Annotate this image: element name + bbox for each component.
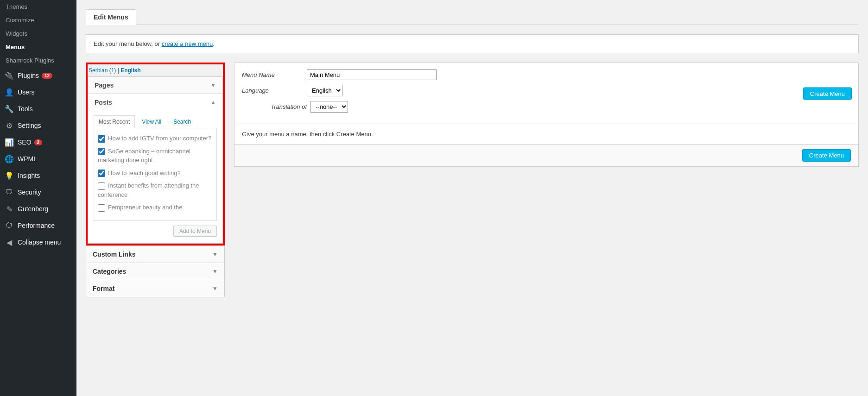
menu-settings-column: Menu Name Language English Translation o…	[234, 63, 859, 167]
add-to-menu-button[interactable]: Add to Menu	[173, 226, 217, 237]
lang-serbian-link[interactable]: Serbian (1)	[89, 67, 116, 74]
info-notice: Edit your menu below, or create a new me…	[86, 34, 859, 53]
tab-view-all[interactable]: View All	[137, 115, 166, 128]
post-checkbox[interactable]	[98, 182, 105, 190]
translation-label: Translation of	[242, 103, 307, 110]
sidebar-item-label: Settings	[18, 122, 41, 129]
accordion-categories-toggle[interactable]: Categories ▼	[86, 263, 224, 280]
info-text: Edit your menu below, or	[94, 40, 162, 47]
pencil-icon: ✎	[5, 204, 14, 214]
accordion-posts: Posts ▲ Most Recent View All Search How …	[88, 94, 223, 244]
main-content: Edit Menus Edit your menu below, or crea…	[76, 0, 868, 396]
highlight-box: Serbian (1) | English Pages ▼ Posts ▲	[86, 63, 225, 245]
menu-name-input[interactable]	[307, 69, 437, 80]
accordion-categories-label: Categories	[93, 268, 126, 275]
language-label: Language	[242, 87, 307, 94]
post-checkbox[interactable]	[98, 170, 105, 177]
shield-icon: 🛡	[5, 188, 14, 197]
menu-name-label: Menu Name	[242, 71, 307, 78]
menu-form: Menu Name Language English Translation o…	[234, 63, 859, 124]
sidebar-sub-menus[interactable]: Menus	[0, 40, 76, 54]
menu-notice-text: Give your menu a name, then click Create…	[242, 131, 373, 138]
post-checkbox[interactable]	[98, 204, 105, 212]
post-label: Instant benefits from attending the conf…	[98, 182, 199, 198]
chevron-down-icon: ▼	[212, 251, 218, 258]
chevron-down-icon: ▼	[212, 268, 218, 275]
seo-icon: 📊	[5, 138, 14, 147]
sidebar-item-performance[interactable]: ⏱ Performance	[0, 217, 76, 234]
sidebar-sub-widgets[interactable]: Widgets	[0, 27, 76, 40]
sidebar-item-label: Performance	[18, 222, 55, 229]
tab-edit-menus[interactable]: Edit Menus	[86, 9, 136, 25]
sidebar-item-insights[interactable]: 💡 Insights	[0, 167, 76, 184]
sidebar-item-wpml[interactable]: 🌐 WPML	[0, 151, 76, 167]
gauge-icon: ⏱	[5, 221, 14, 230]
sidebar-item-security[interactable]: 🛡 Security	[0, 184, 76, 201]
create-new-menu-link[interactable]: create a new menu	[162, 40, 213, 47]
language-select[interactable]: English	[307, 85, 342, 96]
sidebar-item-settings[interactable]: ⚙ Settings	[0, 117, 76, 134]
sidebar-item-label: Tools	[18, 105, 33, 113]
sidebar-item-label: Users	[18, 88, 35, 96]
sidebar-item-plugins[interactable]: 🔌 Plugins 12	[0, 67, 76, 84]
sidebar-item-label: Gutenberg	[18, 205, 48, 213]
seo-badge: 2	[34, 139, 43, 145]
sidebar-item-label: Plugins	[18, 72, 39, 79]
sidebar-item-seo[interactable]: 📊 SEO 2	[0, 134, 76, 151]
post-label: How to add IGTV from your computer?	[108, 135, 211, 142]
sidebar-item-tools[interactable]: 🔧 Tools	[0, 101, 76, 117]
language-switch: Serbian (1) | English	[88, 64, 223, 76]
accordion-pages: Pages ▼	[88, 76, 223, 94]
sidebar-sub-themes[interactable]: Themes	[0, 0, 76, 13]
chevron-down-icon: ▼	[210, 82, 216, 88]
menu-footer: Create Menu	[234, 145, 859, 167]
tab-most-recent[interactable]: Most Recent	[94, 115, 135, 128]
user-icon: 👤	[5, 88, 14, 97]
accordion-custom-links: Custom Links ▼	[86, 245, 225, 263]
sidebar-item-gutenberg[interactable]: ✎ Gutenberg	[0, 201, 76, 217]
accordion-custom-links-label: Custom Links	[93, 251, 136, 258]
accordion-format: Format ▼	[86, 280, 225, 297]
posts-tabs: Most Recent View All Search	[94, 115, 217, 128]
post-checkbox[interactable]	[98, 148, 105, 155]
tab-search[interactable]: Search	[168, 115, 196, 128]
menu-notice: Give your menu a name, then click Create…	[234, 124, 859, 145]
tab-bar: Edit Menus	[86, 9, 859, 25]
translation-select[interactable]: --none--	[310, 101, 348, 113]
post-item: How to add IGTV from your computer?	[98, 132, 213, 145]
sidebar-item-label: Security	[18, 189, 41, 196]
sidebar-item-collapse[interactable]: ◀ Collapse menu	[0, 234, 76, 251]
post-item: Fempreneur beauty and the	[98, 201, 213, 214]
globe-icon: 🌐	[5, 154, 14, 163]
post-label: How to teach good writing?	[108, 170, 181, 176]
create-menu-button-top[interactable]: Create Menu	[803, 87, 852, 100]
accordion-posts-label: Posts	[95, 99, 112, 106]
post-checkbox[interactable]	[98, 135, 105, 143]
chevron-up-icon: ▲	[210, 99, 216, 106]
post-label: Fempreneur beauty and the	[108, 204, 182, 211]
sidebar-item-users[interactable]: 👤 Users	[0, 84, 76, 101]
sidebar-item-label: Insights	[18, 172, 40, 179]
accordion-pages-label: Pages	[95, 82, 114, 89]
accordion-custom-links-toggle[interactable]: Custom Links ▼	[86, 246, 224, 263]
lightbulb-icon: 💡	[5, 171, 14, 180]
post-item: Instant benefits from attending the conf…	[98, 179, 213, 201]
chevron-down-icon: ▼	[212, 285, 218, 292]
accordion-format-label: Format	[93, 285, 114, 292]
accordion-pages-toggle[interactable]: Pages ▼	[88, 77, 222, 94]
collapse-icon: ◀	[5, 238, 14, 247]
create-menu-button-bottom[interactable]: Create Menu	[802, 149, 851, 162]
accordion-categories: Categories ▼	[86, 263, 225, 280]
settings-sliders-icon: ⚙	[5, 121, 14, 130]
sidebar-sub-customize[interactable]: Customize	[0, 13, 76, 27]
post-label: SoGe ebanking – omnichannel marketing do…	[98, 148, 190, 164]
sidebar-item-label: WPML	[18, 155, 37, 163]
lang-english-link[interactable]: English	[120, 67, 140, 74]
plugins-badge: 12	[42, 73, 52, 79]
sidebar-item-label: SEO	[18, 138, 32, 146]
admin-sidebar: Themes Customize Widgets Menus Shamrock …	[0, 0, 76, 396]
accordion-format-toggle[interactable]: Format ▼	[86, 280, 224, 297]
accordion-posts-toggle[interactable]: Posts ▲	[88, 94, 222, 111]
posts-list[interactable]: How to add IGTV from your computer? SoGe…	[94, 128, 217, 221]
sidebar-sub-shamrock[interactable]: Shamrock Plugins	[0, 54, 76, 67]
